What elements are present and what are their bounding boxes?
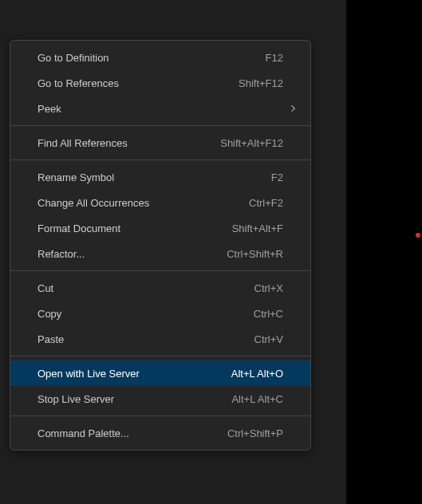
chevron-right-icon [288, 104, 298, 113]
menu-label: Stop Live Server [37, 393, 114, 405]
menu-item-refactor[interactable]: Refactor... Ctrl+Shift+R [10, 241, 310, 266]
menu-item-cut[interactable]: Cut Ctrl+X [10, 275, 310, 301]
menu-item-stop-live-server[interactable]: Stop Live Server Alt+L Alt+C [10, 386, 310, 411]
menu-shortcut: Ctrl+V [254, 333, 283, 345]
menu-label: Peek [37, 103, 61, 115]
menu-separator [10, 159, 310, 160]
menu-label: Format Document [37, 222, 120, 234]
menu-label: Find All References [37, 137, 128, 149]
menu-label: Open with Live Server [37, 368, 140, 380]
menu-shortcut: Shift+F12 [239, 77, 283, 89]
menu-separator [10, 125, 310, 126]
menu-shortcut: Alt+L Alt+C [231, 393, 283, 405]
menu-item-command-palette[interactable]: Command Palette... Ctrl+Shift+P [10, 420, 310, 446]
menu-shortcut: Ctrl+Shift+P [227, 427, 283, 439]
menu-shortcut: Alt+L Alt+O [231, 368, 283, 380]
menu-item-open-with-live-server[interactable]: Open with Live Server Alt+L Alt+O [10, 360, 310, 386]
menu-label: Change All Occurrences [37, 197, 149, 209]
menu-shortcut: Shift+Alt+F [232, 222, 283, 234]
menu-item-peek[interactable]: Peek [10, 96, 310, 121]
menu-item-format-document[interactable]: Format Document Shift+Alt+F [10, 215, 310, 241]
menu-item-go-to-references[interactable]: Go to References Shift+F12 [10, 70, 310, 96]
menu-shortcut: Shift+Alt+F12 [220, 137, 283, 149]
recording-indicator [416, 233, 420, 238]
menu-shortcut: Ctrl+C [254, 308, 283, 320]
menu-label: Paste [37, 333, 64, 345]
menu-shortcut: Ctrl+F2 [249, 197, 283, 209]
menu-item-paste[interactable]: Paste Ctrl+V [10, 326, 310, 352]
menu-shortcut: F2 [271, 171, 283, 183]
menu-separator [10, 415, 310, 416]
menu-separator [10, 270, 310, 271]
menu-label: Go to Definition [37, 52, 109, 64]
menu-item-go-to-definition[interactable]: Go to Definition F12 [10, 45, 310, 70]
menu-label: Refactor... [37, 248, 85, 260]
right-panel [346, 0, 422, 504]
menu-label: Command Palette... [37, 427, 129, 439]
menu-item-change-all-occurrences[interactable]: Change All Occurrences Ctrl+F2 [10, 190, 310, 215]
menu-item-copy[interactable]: Copy Ctrl+C [10, 301, 310, 326]
menu-item-find-all-references[interactable]: Find All References Shift+Alt+F12 [10, 130, 310, 156]
menu-shortcut: Ctrl+X [254, 282, 283, 294]
context-menu: Go to Definition F12 Go to References Sh… [10, 40, 311, 451]
menu-shortcut: F12 [266, 52, 283, 64]
menu-shortcut: Ctrl+Shift+R [227, 248, 283, 260]
menu-label: Cut [37, 282, 53, 294]
menu-label: Go to References [37, 77, 119, 89]
menu-label: Copy [37, 308, 61, 320]
menu-label: Rename Symbol [37, 171, 114, 183]
menu-separator [10, 356, 310, 356]
menu-item-rename-symbol[interactable]: Rename Symbol F2 [10, 164, 310, 190]
